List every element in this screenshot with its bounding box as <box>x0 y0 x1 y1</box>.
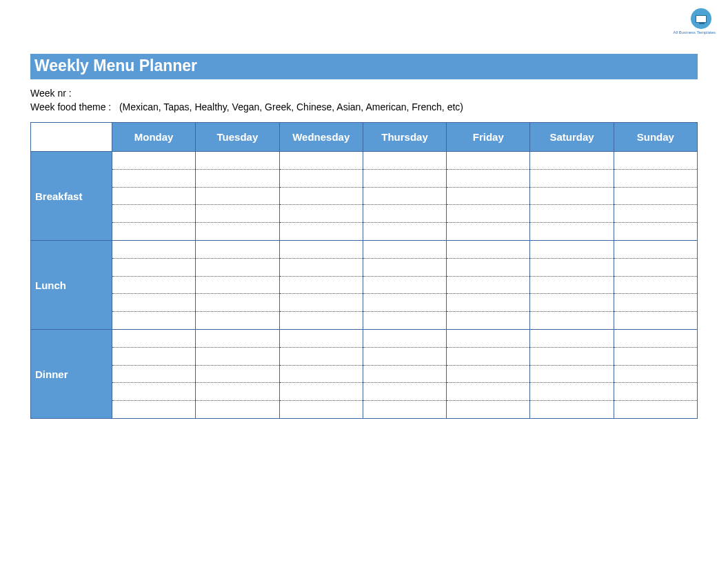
entry-line[interactable] <box>196 205 279 223</box>
entry-line[interactable] <box>112 383 195 401</box>
entry-line[interactable] <box>196 152 279 170</box>
entry-line[interactable] <box>112 259 195 277</box>
entry-line[interactable] <box>280 366 363 384</box>
entry-line[interactable] <box>447 188 529 206</box>
slot-lunch-saturday[interactable] <box>530 241 614 330</box>
entry-line[interactable] <box>447 205 529 223</box>
entry-line[interactable] <box>112 241 195 259</box>
slot-lunch-sunday[interactable] <box>614 241 697 330</box>
entry-line[interactable] <box>447 383 529 401</box>
entry-line[interactable] <box>530 223 613 240</box>
entry-line[interactable] <box>196 294 279 312</box>
entry-line[interactable] <box>614 383 697 401</box>
slot-dinner-friday[interactable] <box>447 330 530 419</box>
slot-lunch-monday[interactable] <box>112 241 196 330</box>
entry-line[interactable] <box>196 366 279 384</box>
entry-line[interactable] <box>112 170 195 188</box>
entry-line[interactable] <box>530 152 613 170</box>
entry-line[interactable] <box>530 401 613 418</box>
entry-line[interactable] <box>363 188 446 206</box>
entry-line[interactable] <box>196 383 279 401</box>
entry-line[interactable] <box>280 241 363 259</box>
entry-line[interactable] <box>447 312 529 329</box>
entry-line[interactable] <box>530 366 613 384</box>
slot-lunch-thursday[interactable] <box>363 241 446 330</box>
entry-line[interactable] <box>447 241 529 259</box>
entry-line[interactable] <box>447 223 529 240</box>
entry-line[interactable] <box>196 330 279 348</box>
entry-line[interactable] <box>447 277 529 295</box>
entry-line[interactable] <box>363 277 446 295</box>
slot-breakfast-saturday[interactable] <box>530 152 614 241</box>
entry-line[interactable] <box>363 348 446 366</box>
entry-line[interactable] <box>280 348 363 366</box>
entry-line[interactable] <box>280 312 363 329</box>
slot-dinner-tuesday[interactable] <box>196 330 279 419</box>
entry-line[interactable] <box>614 366 697 384</box>
slot-dinner-wednesday[interactable] <box>279 330 363 419</box>
slot-dinner-thursday[interactable] <box>363 330 446 419</box>
slot-lunch-wednesday[interactable] <box>279 241 363 330</box>
entry-line[interactable] <box>614 259 697 277</box>
slot-breakfast-tuesday[interactable] <box>196 152 279 241</box>
entry-line[interactable] <box>614 312 697 329</box>
entry-line[interactable] <box>530 330 613 348</box>
entry-line[interactable] <box>112 366 195 384</box>
entry-line[interactable] <box>196 277 279 295</box>
entry-line[interactable] <box>614 170 697 188</box>
slot-lunch-friday[interactable] <box>447 241 530 330</box>
entry-line[interactable] <box>447 348 529 366</box>
slot-dinner-sunday[interactable] <box>614 330 697 419</box>
entry-line[interactable] <box>112 294 195 312</box>
entry-line[interactable] <box>614 152 697 170</box>
entry-line[interactable] <box>530 312 613 329</box>
entry-line[interactable] <box>112 330 195 348</box>
entry-line[interactable] <box>614 188 697 206</box>
entry-line[interactable] <box>280 294 363 312</box>
entry-line[interactable] <box>112 348 195 366</box>
entry-line[interactable] <box>363 223 446 240</box>
entry-line[interactable] <box>614 294 697 312</box>
entry-line[interactable] <box>112 152 195 170</box>
slot-breakfast-sunday[interactable] <box>614 152 697 241</box>
entry-line[interactable] <box>614 401 697 418</box>
entry-line[interactable] <box>363 152 446 170</box>
entry-line[interactable] <box>363 401 446 418</box>
entry-line[interactable] <box>363 259 446 277</box>
entry-line[interactable] <box>363 170 446 188</box>
entry-line[interactable] <box>363 383 446 401</box>
entry-line[interactable] <box>196 348 279 366</box>
entry-line[interactable] <box>112 312 195 329</box>
entry-line[interactable] <box>280 277 363 295</box>
entry-line[interactable] <box>447 294 529 312</box>
entry-line[interactable] <box>530 277 613 295</box>
entry-line[interactable] <box>196 312 279 329</box>
entry-line[interactable] <box>447 259 529 277</box>
entry-line[interactable] <box>112 223 195 240</box>
slot-breakfast-monday[interactable] <box>112 152 196 241</box>
entry-line[interactable] <box>614 348 697 366</box>
entry-line[interactable] <box>530 348 613 366</box>
entry-line[interactable] <box>530 383 613 401</box>
entry-line[interactable] <box>280 259 363 277</box>
slot-breakfast-wednesday[interactable] <box>279 152 363 241</box>
entry-line[interactable] <box>112 188 195 206</box>
entry-line[interactable] <box>363 330 446 348</box>
entry-line[interactable] <box>280 188 363 206</box>
entry-line[interactable] <box>280 205 363 223</box>
entry-line[interactable] <box>614 223 697 240</box>
entry-line[interactable] <box>447 401 529 418</box>
entry-line[interactable] <box>363 205 446 223</box>
entry-line[interactable] <box>447 170 529 188</box>
entry-line[interactable] <box>447 330 529 348</box>
slot-lunch-tuesday[interactable] <box>196 241 279 330</box>
slot-breakfast-friday[interactable] <box>447 152 530 241</box>
entry-line[interactable] <box>530 241 613 259</box>
entry-line[interactable] <box>280 383 363 401</box>
entry-line[interactable] <box>280 330 363 348</box>
entry-line[interactable] <box>614 330 697 348</box>
slot-breakfast-thursday[interactable] <box>363 152 446 241</box>
entry-line[interactable] <box>196 188 279 206</box>
entry-line[interactable] <box>112 277 195 295</box>
entry-line[interactable] <box>196 401 279 418</box>
